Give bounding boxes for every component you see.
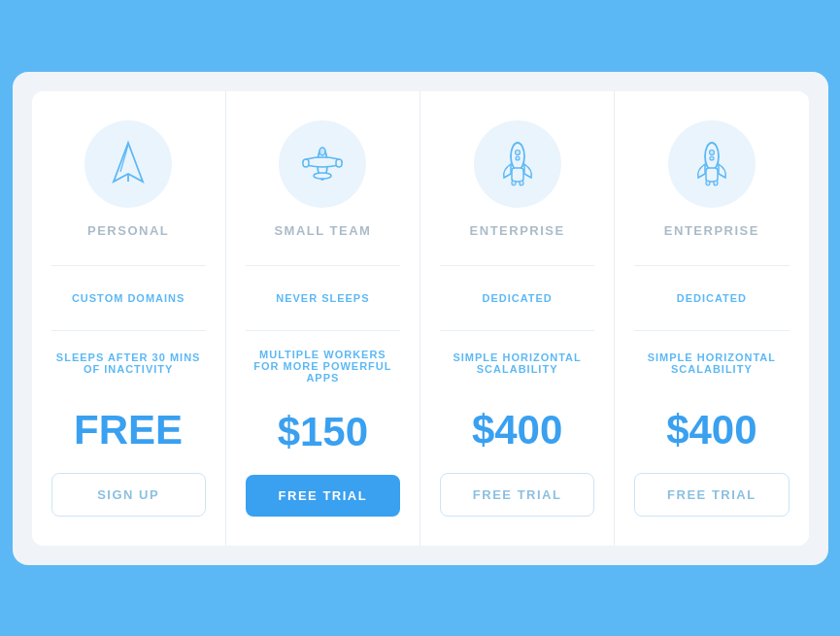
svg-rect-20 bbox=[714, 181, 718, 185]
svg-rect-12 bbox=[512, 168, 523, 182]
features-small-team: NEVER SLEEPS MULTIPLE WORKERS FOR MORE P… bbox=[246, 274, 400, 393]
price-enterprise-1: $400 bbox=[472, 407, 562, 453]
svg-point-10 bbox=[515, 150, 520, 154]
plan-enterprise-2: ENTERPRISE DEDICATED SIMPLE HORIZONTAL S… bbox=[615, 91, 808, 546]
divider bbox=[440, 330, 594, 331]
features-enterprise-2: DEDICATED SIMPLE HORIZONTAL SCALABILITY bbox=[634, 274, 789, 391]
free-trial-button-small-team[interactable]: FREE TRIAL bbox=[246, 475, 400, 517]
plan-icon-personal bbox=[84, 120, 172, 208]
plan-icon-enterprise-1 bbox=[474, 120, 561, 208]
feature-multiple-workers: MULTIPLE WORKERS FOR MORE POWERFUL APPS bbox=[246, 339, 400, 393]
pricing-container: PERSONAL CUSTOM DOMAINS SLEEPS AFTER 30 … bbox=[13, 72, 828, 565]
feature-custom-domains: CUSTOM DOMAINS bbox=[51, 274, 206, 322]
free-trial-button-enterprise-1[interactable]: FREE TRIAL bbox=[440, 473, 594, 517]
plan-small-team: SMALL TEAM NEVER SLEEPS MULTIPLE WORKERS… bbox=[226, 91, 420, 546]
plan-icon-small-team bbox=[279, 120, 366, 208]
price-enterprise-2: $400 bbox=[666, 407, 756, 453]
plan-icon-enterprise-2 bbox=[668, 120, 756, 208]
svg-point-11 bbox=[516, 156, 520, 160]
divider bbox=[246, 265, 400, 266]
features-personal: CUSTOM DOMAINS SLEEPS AFTER 30 MINS OF I… bbox=[51, 274, 206, 391]
plan-personal: PERSONAL CUSTOM DOMAINS SLEEPS AFTER 30 … bbox=[32, 91, 226, 546]
feature-sleeps: SLEEPS AFTER 30 MINS OF INACTIVITY bbox=[51, 339, 206, 387]
price-personal: FREE bbox=[74, 407, 183, 453]
pricing-grid: PERSONAL CUSTOM DOMAINS SLEEPS AFTER 30 … bbox=[32, 91, 809, 546]
divider bbox=[51, 330, 206, 331]
plan-name-personal: PERSONAL bbox=[87, 223, 169, 238]
svg-rect-13 bbox=[512, 181, 516, 185]
plan-name-small-team: SMALL TEAM bbox=[274, 223, 371, 238]
divider bbox=[440, 265, 594, 266]
price-small-team: $150 bbox=[278, 409, 368, 455]
plan-enterprise-1: ENTERPRISE DEDICATED SIMPLE HORIZONTAL S… bbox=[420, 91, 615, 546]
svg-rect-19 bbox=[706, 181, 710, 185]
svg-point-17 bbox=[710, 156, 714, 160]
divider bbox=[51, 265, 206, 266]
feature-scalability-1: SIMPLE HORIZONTAL SCALABILITY bbox=[440, 339, 594, 387]
svg-rect-7 bbox=[303, 159, 309, 167]
divider bbox=[246, 330, 400, 331]
svg-point-5 bbox=[314, 173, 331, 179]
free-trial-button-enterprise-2[interactable]: FREE TRIAL bbox=[634, 473, 789, 517]
divider bbox=[634, 330, 789, 331]
svg-rect-8 bbox=[336, 159, 342, 167]
feature-dedicated-2: DEDICATED bbox=[634, 274, 789, 322]
feature-never-sleeps: NEVER SLEEPS bbox=[246, 274, 400, 322]
feature-scalability-2: SIMPLE HORIZONTAL SCALABILITY bbox=[634, 339, 789, 387]
plan-name-enterprise-1: ENTERPRISE bbox=[470, 223, 565, 238]
feature-dedicated-1: DEDICATED bbox=[440, 274, 594, 322]
svg-rect-18 bbox=[706, 168, 718, 182]
plan-name-enterprise-2: ENTERPRISE bbox=[664, 223, 759, 238]
svg-point-16 bbox=[709, 150, 714, 154]
svg-point-6 bbox=[319, 148, 325, 155]
divider bbox=[634, 265, 789, 266]
features-enterprise-1: DEDICATED SIMPLE HORIZONTAL SCALABILITY bbox=[440, 274, 594, 391]
svg-rect-14 bbox=[520, 181, 523, 185]
signup-button[interactable]: SIGN UP bbox=[51, 473, 206, 517]
